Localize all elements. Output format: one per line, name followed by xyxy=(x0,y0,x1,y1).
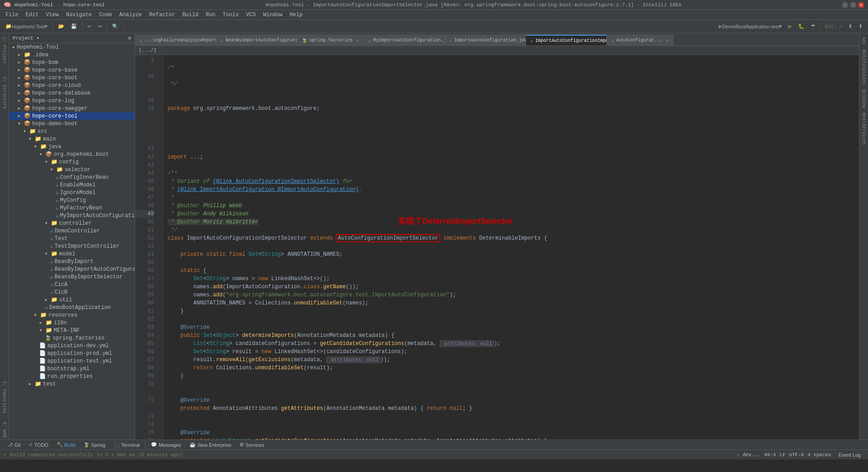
tree-item-hope-demo-boot[interactable]: ▾ 📦 hope-demo-boot xyxy=(9,120,135,127)
tree-item-hope-core-log[interactable]: ▸ 📦 hope-core-log xyxy=(9,97,135,104)
tree-item-run.properties[interactable]: 📄 run.properties xyxy=(9,372,135,380)
tree-item-application-dev.yml[interactable]: 📄 application-dev.yml xyxy=(9,342,135,349)
tree-item-hope-core-tool[interactable]: ▸ 📦 hope-core-tool xyxy=(9,112,135,120)
tab-close-icon7[interactable]: ✕ xyxy=(666,38,669,43)
tree-item-hope-core-base[interactable]: ▸ 📦 hope-core-base xyxy=(9,66,135,74)
tree-item-beanbyimport[interactable]: ☕ BeanByImport xyxy=(9,258,135,265)
toolbar-git-push[interactable]: ⬆ xyxy=(856,22,865,32)
menu-build[interactable]: Build xyxy=(179,11,202,19)
menu-vcs[interactable]: VCS xyxy=(243,11,260,19)
web-panel-tab[interactable]: 3: Web xyxy=(1,420,8,440)
tree-item-myfactorybean[interactable]: ☕ MyFactoryBean xyxy=(9,204,135,212)
tree-item-demobootapplication[interactable]: ☕ DemoBootApplication xyxy=(9,304,135,311)
menu-analyze[interactable]: Analyze xyxy=(116,11,145,19)
menu-view[interactable]: View xyxy=(42,11,63,19)
menu-run[interactable]: Run xyxy=(202,11,219,19)
tree-item-hope-core-database[interactable]: ▸ 📦 hope-core-database xyxy=(9,89,135,97)
tree-item-org.hopehomi.boot[interactable]: ▾ 📦 org.hopehomi.boot xyxy=(9,150,135,158)
restservices-panel-tab[interactable]: RestServices xyxy=(860,111,867,147)
event-log-btn[interactable]: Event Log xyxy=(835,450,864,459)
run-button[interactable]: ▶ xyxy=(786,22,795,32)
code-area[interactable]: 1 16 18 19 41 42 43 44 45 46 xyxy=(135,55,859,440)
tree-item-controller[interactable]: ▾ 📁 controller xyxy=(9,219,135,227)
sciview-panel-tab[interactable]: SciView xyxy=(860,87,867,110)
minimize-button[interactable]: ─ xyxy=(842,2,848,8)
toolbar-redo-button[interactable]: ↪ xyxy=(95,22,104,32)
tab-spring-factories[interactable]: 🍃 spring.factories ✕ xyxy=(297,35,364,45)
tree-item-selector[interactable]: ▾ 📁 selector xyxy=(9,166,135,173)
tree-item-java[interactable]: ▾ 📁 java xyxy=(9,143,135,150)
tree-item-spring.factories[interactable]: 🍃 spring.factories xyxy=(9,334,135,342)
tree-item-democontroller[interactable]: ☕ DemoController xyxy=(9,227,135,235)
menu-navigate[interactable]: Navigate xyxy=(62,11,95,19)
tree-item-cica[interactable]: ☕ CicA xyxy=(9,281,135,288)
menu-file[interactable]: File xyxy=(2,11,22,19)
structure-panel-tab[interactable]: 2: Structure xyxy=(1,75,8,111)
tree-item-myimportautoconfiguration[interactable]: ☕ MyImportAutoConfiguration xyxy=(9,212,135,219)
notifications-panel-tab[interactable]: Notifications xyxy=(860,48,867,86)
tree-item-ignoremodel[interactable]: ☕ IgnoreModel xyxy=(9,189,135,196)
tree-item-testimportcontroller[interactable]: ☕ TestImportController xyxy=(9,242,135,250)
tree-item-hope-core-boot[interactable]: ▸ 📦 hope-core-boot xyxy=(9,74,135,82)
tree-item-config[interactable]: ▾ 📁 config xyxy=(9,158,135,166)
services-bottom-btn[interactable]: ⚙ Services xyxy=(236,440,268,449)
tree-item-src[interactable]: ▾ 📁 src xyxy=(9,127,135,135)
favorites-panel-tab[interactable]: 2: Favorites xyxy=(1,379,8,415)
ant-panel-tab[interactable]: Ant xyxy=(860,35,867,47)
messages-bottom-btn[interactable]: 💬 Messages xyxy=(147,440,185,449)
tree-item-resources[interactable]: ▾ 📁 resources xyxy=(9,311,135,319)
tab-close-icon3[interactable]: ✕ xyxy=(356,38,359,43)
terminal-bottom-btn[interactable]: ⬛ Terminal xyxy=(110,440,144,449)
tree-item-hope-core-swagger[interactable]: ▸ 📦 hope-core-swagger xyxy=(9,104,135,112)
toolbar-search-button[interactable]: 🔍 xyxy=(109,22,121,32)
maximize-button[interactable]: □ xyxy=(850,2,856,8)
tab-myimport[interactable]: ☕ MyImportAutoConfiguration.java ✕ xyxy=(364,35,445,45)
tree-item-hope-bom[interactable]: ▸ 📦 hope-bom xyxy=(9,59,135,66)
menu-refactor[interactable]: Refactor xyxy=(145,11,179,19)
git-bottom-btn[interactable]: ⎇ Git xyxy=(4,440,24,449)
tree-item-cicb[interactable]: ☕ CicB xyxy=(9,288,135,296)
run-config-dropdown[interactable]: ▶ DemoBootApplication-test ▾ xyxy=(716,22,785,32)
coverage-button[interactable]: ☂ xyxy=(808,22,818,32)
tab-analysisreporter[interactable]: ☕ ...ingFailureAnalysisReporter.java ✕ xyxy=(135,35,216,45)
tree-item-test[interactable]: ▸ 📁 test xyxy=(9,380,135,388)
tree-item-main[interactable]: ▾ 📁 main xyxy=(9,135,135,143)
menu-help[interactable]: Help xyxy=(286,11,306,19)
project-settings-icon[interactable]: ⚙ xyxy=(128,35,131,41)
tab-importautoconfigimportselector[interactable]: ☕ ImportAutoConfigurationImportSelector.… xyxy=(526,35,607,45)
tab-beanbyimport[interactable]: ☕ BeanByImportAutoConfiguration.java ✕ xyxy=(216,35,297,45)
tree-item-enablemodel[interactable]: ☕ EnableModel xyxy=(9,181,135,189)
close-button[interactable]: ✕ xyxy=(858,2,864,8)
tree-item-hopehomi-tool[interactable]: ▸ Hopehomi-Tool xyxy=(9,43,135,51)
toolbar-save-button[interactable]: 💾 xyxy=(68,22,80,32)
tree-item-test[interactable]: ☕ Test xyxy=(9,235,135,242)
menu-window[interactable]: Window xyxy=(259,11,286,19)
tab-importautoconfiguration[interactable]: ☕ ImportAutoConfiguration.java ✕ xyxy=(445,35,526,45)
java-enterprise-bottom-btn[interactable]: ☕ Java Enterprise xyxy=(186,440,235,449)
debug-button[interactable]: 🐛 xyxy=(796,22,807,32)
tree-item-beanbyimportautoconfiguratio[interactable]: ☕ BeanByImportAutoConfiguratio xyxy=(9,265,135,273)
tree-item-i18n[interactable]: ▸ 📁 i18n xyxy=(9,319,135,327)
toolbar-git-update[interactable]: ⬇ xyxy=(845,22,855,32)
tab-autoconfigurat[interactable]: ☕ AutoConfigurat... ✕ xyxy=(607,35,674,45)
build-bottom-btn[interactable]: 🔨 Build xyxy=(53,440,79,449)
spring-bottom-btn[interactable]: 🍃 Spring xyxy=(80,440,109,449)
tree-item-meta-inf[interactable]: ▾ 📁 META-INF xyxy=(9,327,135,334)
toolbar-project-dropdown[interactable]: 📁 Hopehomi-Tool ▾ xyxy=(3,22,50,32)
project-panel-tab[interactable]: 1: Project xyxy=(1,35,8,66)
tree-item-configinnerbean[interactable]: ☕ ConfigInnerBean xyxy=(9,173,135,181)
tree-item-bootstrap.yml[interactable]: 📄 bootstrap.yml xyxy=(9,365,135,372)
tree-item-.idea[interactable]: ▸ 📁 .idea xyxy=(9,51,135,59)
tree-item-application-prod.yml[interactable]: 📄 application-prod.yml xyxy=(9,349,135,357)
menu-tools[interactable]: Tools xyxy=(219,11,243,19)
tree-item-myconfig[interactable]: ☕ MyConfig xyxy=(9,196,135,204)
menu-code[interactable]: Code xyxy=(95,11,116,19)
toolbar-undo-button[interactable]: ↩ xyxy=(85,22,94,32)
tree-item-util[interactable]: ▸ 📁 util xyxy=(9,296,135,304)
toolbar-open-button[interactable]: 📂 xyxy=(55,22,67,32)
todo-bottom-btn[interactable]: ✓ TODO xyxy=(25,440,52,449)
tree-item-beansbyimportselector[interactable]: ☕ BeansByImportSelector xyxy=(9,273,135,281)
tree-item-application-test.yml[interactable]: 📄 application-test.yml xyxy=(9,357,135,365)
tree-item-hope-core-cloud[interactable]: ▸ 📦 hope-core-cloud xyxy=(9,82,135,89)
menu-edit[interactable]: Edit xyxy=(22,11,42,19)
